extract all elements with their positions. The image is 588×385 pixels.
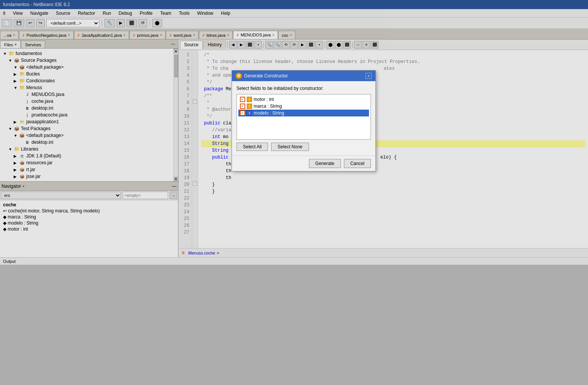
field-icon-marca: f xyxy=(247,104,252,109)
dialog-bottom-btn-row: Generate Cancel xyxy=(232,156,375,171)
dialog-title-left: ⚙ Generate Constructor xyxy=(236,73,288,79)
checkbox-marca[interactable] xyxy=(240,104,245,109)
dialog-title-bar: ⚙ Generate Constructor × xyxy=(232,71,375,81)
field-label-motor: motor : int xyxy=(254,97,274,102)
dialog-subtitle: Select fields to be initialized by const… xyxy=(236,86,371,91)
dialog-close-btn[interactable]: × xyxy=(366,73,372,79)
dialog-field-list: f motor : int f marca : String f modelo … xyxy=(236,94,371,140)
field-icon-motor: f xyxy=(247,97,252,102)
field-icon-modelo: f xyxy=(247,110,252,116)
select-all-btn[interactable]: Select All xyxy=(236,143,268,151)
generate-constructor-dialog: ⚙ Generate Constructor × Select fields t… xyxy=(232,70,376,171)
dialog-list-item-motor[interactable]: f motor : int xyxy=(238,96,369,103)
dialog-btn-row: Select All Select None xyxy=(236,143,371,151)
dialog-gear-icon: ⚙ xyxy=(237,74,240,78)
field-label-modelo: modelo : String xyxy=(254,110,284,116)
dialog-title-text: Generate Constructor xyxy=(244,73,288,79)
dialog-list-item-marca[interactable]: f marca : String xyxy=(238,103,369,110)
dialog-list-item-modelo[interactable]: f modelo : String xyxy=(238,110,369,116)
checkbox-modelo[interactable] xyxy=(240,110,245,116)
dialog-body: Select fields to be initialized by const… xyxy=(232,81,375,156)
dialog-overlay: ⚙ Generate Constructor × Select fields t… xyxy=(0,0,588,385)
checkbox-motor[interactable] xyxy=(240,97,245,102)
field-label-marca: marca : String xyxy=(254,104,282,109)
select-none-btn[interactable]: Select None xyxy=(271,143,309,151)
dialog-title-icon: ⚙ xyxy=(236,73,242,79)
cancel-btn[interactable]: Cancel xyxy=(344,159,371,168)
generate-btn[interactable]: Generate xyxy=(309,159,341,168)
